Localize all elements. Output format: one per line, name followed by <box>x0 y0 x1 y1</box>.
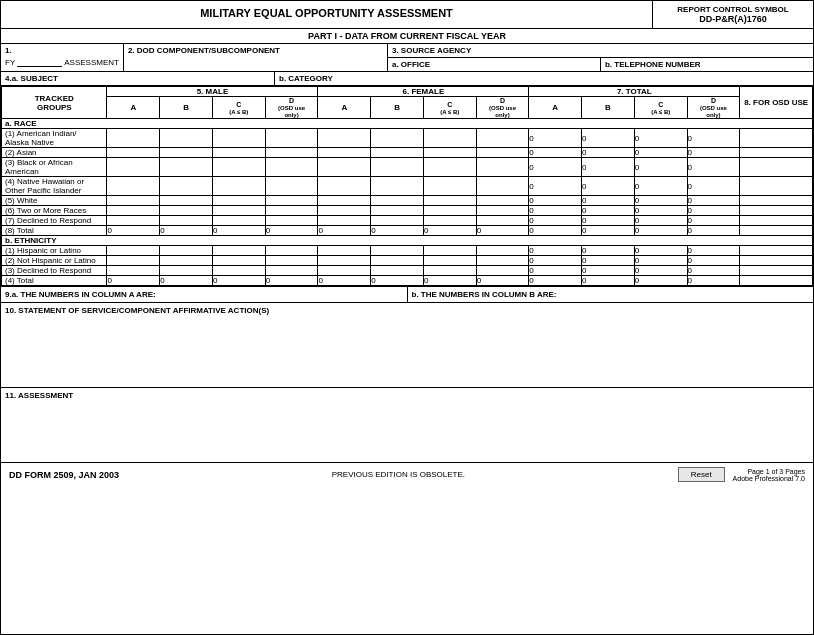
section-10: 10. STATEMENT OF SERVICE/COMPONENT AFFIR… <box>1 303 813 388</box>
form-id: DD FORM 2509, JAN 2003 <box>9 470 119 480</box>
table-row: (7) Declined to Respond 0000 <box>2 216 813 226</box>
male-a-r1[interactable] <box>107 129 160 148</box>
fem-a-r1[interactable] <box>318 129 371 148</box>
race-row-1: (1) American Indian/Alaska Native <box>2 129 107 148</box>
part1-label: PART I - DATA FROM CURRENT FISCAL YEAR <box>1 29 813 44</box>
fem-d-r1[interactable] <box>476 129 529 148</box>
page-info: Page 1 of 3 PagesAdobe Professional 7.0 <box>733 468 805 482</box>
section-9: 9.a. THE NUMBERS IN COLUMN A ARE: b. THE… <box>1 286 813 303</box>
total-col-d: D(OSD useonly) <box>687 97 740 119</box>
col-tracked-header: TRACKED GROUPS <box>2 87 107 119</box>
field-1: 1. FY ASSESSMENT <box>1 44 124 71</box>
female-header: 6. FEMALE <box>318 87 529 97</box>
field2-label: 2. DOD COMPONENT/SUBCOMPONENT <box>128 46 280 55</box>
main-table: TRACKED GROUPS 5. MALE 6. FEMALE 7. TOTA… <box>1 86 813 286</box>
eth-row-2: (2) Not Hispanic or Latino <box>2 256 107 266</box>
total-col-a: A <box>529 97 582 119</box>
eth-row-4: (4) Total <box>2 276 107 286</box>
row-4: 4.a. SUBJECT b. CATEGORY <box>1 72 813 86</box>
fem-c-r1[interactable] <box>423 129 476 148</box>
field4a-label: 4.a. SUBJECT <box>1 72 275 85</box>
field-2: 2. DOD COMPONENT/SUBCOMPONENT <box>124 44 388 71</box>
fy-label: FY <box>5 58 15 67</box>
field3-sub: a. OFFICE b. TELEPHONE NUMBER <box>388 58 813 71</box>
table-row: (5) White 0000 <box>2 196 813 206</box>
fem-b-r1[interactable] <box>371 129 424 148</box>
section-11-label: 11. ASSESSMENT <box>5 391 73 400</box>
rcs-block: REPORT CONTROL SYMBOL DD-P&R(A)1760 <box>653 1 813 28</box>
male-c-r1[interactable] <box>212 129 265 148</box>
race-row-2: (2) Asian <box>2 148 107 158</box>
tot-d-r1: 0 <box>687 129 740 148</box>
rcs-value: DD-P&R(A)1760 <box>661 14 805 24</box>
female-col-a: A <box>318 97 371 119</box>
table-row: (3) Declined to Respond 0000 <box>2 266 813 276</box>
race-row-6: (6) Two or More Races <box>2 206 107 216</box>
table-row: (1) American Indian/Alaska Native 0000 <box>2 129 813 148</box>
ethnicity-total-row: (4) Total 0000 0000 0000 <box>2 276 813 286</box>
eth-row-3: (3) Declined to Respond <box>2 266 107 276</box>
section-9b-label: b. THE NUMBERS IN COLUMN B ARE: <box>408 287 814 302</box>
field3b-label: b. TELEPHONE NUMBER <box>601 58 813 71</box>
fy-row: FY ASSESSMENT <box>5 57 119 67</box>
footer: DD FORM 2509, JAN 2003 PREVIOUS EDITION … <box>1 463 813 486</box>
race-row-5: (5) White <box>2 196 107 206</box>
tot-a-r1: 0 <box>529 129 582 148</box>
osd-header: 8. FOR OSD USE <box>740 87 813 119</box>
male-col-b: B <box>160 97 213 119</box>
field3a-label: a. OFFICE <box>388 58 601 71</box>
field1-label: 1. <box>5 46 119 55</box>
section-10-label: 10. STATEMENT OF SERVICE/COMPONENT AFFIR… <box>5 306 269 315</box>
eth-row-1: (1) Hispanic or Latino <box>2 246 107 256</box>
male-header: 5. MALE <box>107 87 318 97</box>
row-1-2-3: 1. FY ASSESSMENT 2. DOD COMPONENT/SUBCOM… <box>1 44 813 72</box>
female-col-b: B <box>371 97 424 119</box>
female-col-c: C(A ≤ B) <box>423 97 476 119</box>
field4b-label: b. CATEGORY <box>275 72 813 85</box>
osd-r1 <box>740 129 813 148</box>
rcs-label: REPORT CONTROL SYMBOL <box>661 5 805 14</box>
header: MILITARY EQUAL OPPORTUNITY ASSESSMENT RE… <box>1 1 813 29</box>
total-col-b: B <box>582 97 635 119</box>
table-row: (2) Not Hispanic or Latino 0000 <box>2 256 813 266</box>
previous-edition: PREVIOUS EDITION IS OBSOLETE. <box>332 470 465 479</box>
female-col-d: D(OSD useonly) <box>476 97 529 119</box>
total-col-c: C(A ≤ B) <box>634 97 687 119</box>
race-row-8: (8) Total <box>2 226 107 236</box>
race-row-7: (7) Declined to Respond <box>2 216 107 226</box>
male-col-a: A <box>107 97 160 119</box>
field3-label: 3. SOURCE AGENCY <box>388 44 813 58</box>
table-row: (3) Black or AfricanAmerican 0000 <box>2 158 813 177</box>
form-title: MILITARY EQUAL OPPORTUNITY ASSESSMENT <box>1 1 653 28</box>
male-d-r1[interactable] <box>265 129 318 148</box>
page: MILITARY EQUAL OPPORTUNITY ASSESSMENT RE… <box>0 0 814 635</box>
reset-button[interactable]: Reset <box>678 467 725 482</box>
table-row: (1) Hispanic or Latino 0000 <box>2 246 813 256</box>
table-row: (6) Two or More Races 0000 <box>2 206 813 216</box>
race-row-4: (4) Native Hawaiian orOther Pacific Isla… <box>2 177 107 196</box>
male-col-d: D(OSD useonly) <box>265 97 318 119</box>
ethnicity-section-label: b. ETHNICITY <box>2 236 813 246</box>
tot-c-r1: 0 <box>634 129 687 148</box>
race-total-row: (8) Total 0000 0000 0000 <box>2 226 813 236</box>
section-9a-label: 9.a. THE NUMBERS IN COLUMN A ARE: <box>1 287 408 302</box>
field-3: 3. SOURCE AGENCY a. OFFICE b. TELEPHONE … <box>388 44 813 71</box>
section-11: 11. ASSESSMENT <box>1 388 813 463</box>
tot-b-r1: 0 <box>582 129 635 148</box>
race-section-label: a. RACE <box>2 119 813 129</box>
male-col-c: C(A ≤ B) <box>212 97 265 119</box>
footer-right: Reset Page 1 of 3 PagesAdobe Professiona… <box>678 467 805 482</box>
total-header: 7. TOTAL <box>529 87 740 97</box>
table-row: (4) Native Hawaiian orOther Pacific Isla… <box>2 177 813 196</box>
table-row: (2) Asian 0000 <box>2 148 813 158</box>
assessment-label: ASSESSMENT <box>64 58 119 67</box>
race-row-3: (3) Black or AfricanAmerican <box>2 158 107 177</box>
male-b-r1[interactable] <box>160 129 213 148</box>
